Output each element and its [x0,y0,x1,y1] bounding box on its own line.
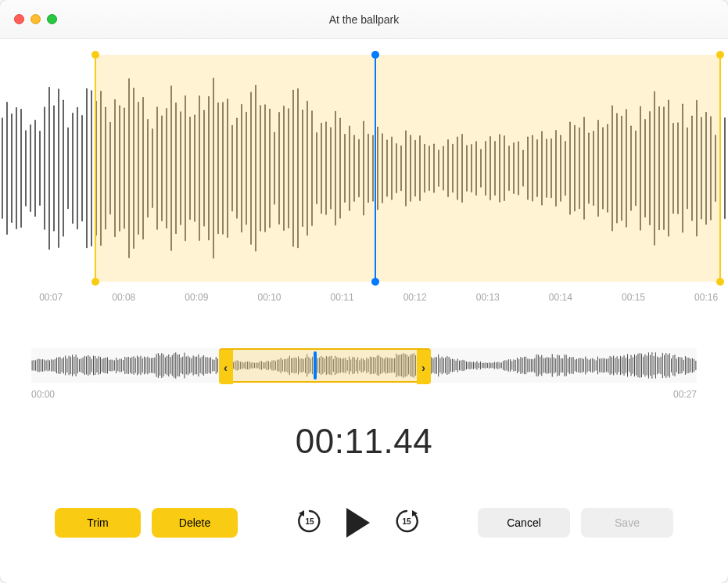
overview-start-time: 00:00 [31,389,55,400]
minimize-window-button[interactable] [30,14,41,24]
tick-label: 00:08 [112,292,135,303]
current-time-display: 00:11.44 [0,422,728,461]
selection-region[interactable] [95,55,721,282]
tick-label: 00:12 [403,292,427,303]
trim-region[interactable]: ‹ › [219,348,431,383]
playhead-handle-dot[interactable] [371,278,379,286]
overview-end-time: 00:27 [673,389,697,400]
titlebar: At the ballpark [0,0,728,39]
selection-handle-dot[interactable] [716,278,724,286]
save-button: Save [581,508,673,538]
zoom-window-button[interactable] [47,14,57,24]
svg-text:15: 15 [402,517,411,526]
tick-label: 00:09 [185,292,208,303]
trim-handle-left[interactable]: ‹ [219,350,233,384]
tick-label: 00:14 [549,292,572,303]
tick-label: 00:13 [476,292,500,303]
skip-forward-15-icon[interactable]: 15 [393,508,420,538]
play-button[interactable] [346,508,370,538]
selection-handle-dot[interactable] [91,278,99,286]
main-waveform-area[interactable]: 600:0700:0800:0900:1000:1100:1200:1300:1… [0,39,728,309]
delete-button[interactable]: Delete [152,508,238,538]
overview-playhead[interactable] [314,351,317,380]
tick-label: 00:16 [694,292,718,303]
selection-handle-dot[interactable] [716,51,724,59]
svg-text:15: 15 [305,517,314,526]
main-time-ruler: 600:0700:0800:0900:1000:1100:1200:1300:1… [0,287,728,309]
overview-area[interactable]: ‹ › [31,348,697,383]
playhead-handle-dot[interactable] [371,51,379,59]
tick-label: 00:10 [257,292,281,303]
tick-label: 00:11 [331,292,354,303]
trim-button[interactable]: Trim [55,508,141,538]
tick-label: 00:15 [622,292,645,303]
close-window-button[interactable] [14,14,24,24]
tick-label: 00:07 [39,292,63,303]
window-title: At the ballpark [0,13,728,26]
play-icon [346,508,370,538]
playhead[interactable] [375,55,376,282]
controls-row: Trim Delete 15 15 Can [0,508,728,538]
trim-handle-right[interactable]: › [417,350,431,384]
skip-back-15-icon[interactable]: 15 [296,508,323,538]
selection-handle-dot[interactable] [91,51,99,59]
cancel-button[interactable]: Cancel [478,508,570,538]
